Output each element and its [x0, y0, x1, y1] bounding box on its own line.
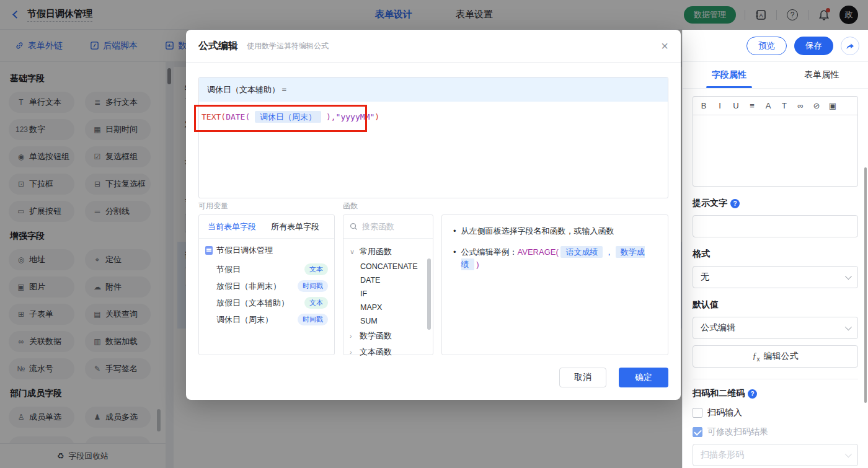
default-value-select[interactable]: 公式编辑 — [693, 317, 858, 339]
preview-button[interactable]: 预览 — [746, 37, 787, 55]
rich-toolbar-icon[interactable]: ≡ — [744, 101, 760, 110]
properties-panel: 预览 保存 字段属性 表单属性 BIU≡AT∞⊘▣ 提示文字 ? 格式 无 默认… — [682, 30, 868, 468]
modal-mask-top — [0, 0, 868, 30]
divider — [693, 379, 858, 379]
variable-field-row[interactable]: 放假日（非周末） 时间戳 — [205, 278, 329, 294]
confirm-button[interactable]: 确定 — [619, 368, 668, 387]
hint-text-label: 提示文字 ? — [693, 198, 858, 209]
field-type-badge: 文本 — [304, 263, 328, 275]
tab-current-form-fields[interactable]: 当前表单字段 — [208, 221, 256, 232]
rich-toolbar-icon[interactable]: T — [776, 101, 792, 110]
variable-field-list: 节假日 文本 放假日（非周末） 时间戳 放假日（文本辅助） 文本 调休日（周末）… — [205, 261, 329, 328]
search-placeholder: 搜索函数 — [362, 221, 394, 232]
chevron-expanded-icon: ∨ — [350, 248, 356, 256]
function-item[interactable]: DATE — [350, 273, 433, 287]
rich-toolbar-icon[interactable]: ▣ — [825, 101, 841, 110]
rich-toolbar-icon[interactable]: A — [760, 101, 776, 110]
chevron-down-icon — [845, 273, 852, 280]
share-button[interactable] — [841, 37, 859, 55]
function-search[interactable]: 搜索函数 — [343, 215, 433, 239]
formula-editor[interactable]: 调休日（文本辅助） = — [198, 77, 668, 198]
edit-formula-button[interactable]: ƒx 编辑公式 — [693, 345, 858, 368]
chevron-down-icon — [845, 451, 852, 457]
field-type-badge: 文本 — [304, 297, 328, 309]
rich-toolbar-icon[interactable]: B — [696, 101, 712, 110]
variable-field-row[interactable]: 节假日 文本 — [205, 261, 329, 278]
modal-subtitle: 使用数学运算符编辑公式 — [247, 41, 329, 51]
scan-section-title: 扫码和二维码 ? — [693, 388, 858, 399]
close-icon[interactable]: × — [661, 40, 668, 52]
rich-toolbar-icon[interactable]: ∞ — [792, 101, 808, 110]
modal-title: 公式编辑 — [198, 40, 238, 53]
save-button[interactable]: 保存 — [794, 37, 833, 55]
chevron-down-icon — [845, 324, 852, 330]
cancel-button[interactable]: 取消 — [559, 368, 606, 387]
hint-line-2: • 公式编辑举例：AVERAGE( 语文成绩 ， 数学成绩 ) — [453, 246, 657, 271]
default-value-label: 默认值 — [693, 299, 858, 311]
variables-label: 可用变量 — [198, 201, 228, 211]
function-group-common[interactable]: ∨ 常用函数 — [350, 244, 433, 260]
variable-field-row[interactable]: 调休日（周末） 时间戳 — [205, 311, 329, 328]
hint-line-1: • 从左侧面板选择字段名和函数，或输入函数 — [453, 225, 657, 237]
function-group-text[interactable]: › 文本函数 — [350, 344, 433, 360]
rich-toolbar-icon[interactable]: U — [728, 101, 744, 110]
tab-all-form-fields[interactable]: 所有表单字段 — [271, 221, 319, 232]
function-item[interactable]: SUM — [350, 314, 433, 328]
tab-form-properties[interactable]: 表单属性 — [776, 62, 868, 88]
formula-target-field: 调休日（文本辅助） = — [199, 77, 668, 102]
example-field-chip: 语文成绩 — [560, 246, 603, 258]
function-item[interactable]: IF — [350, 287, 433, 301]
functions-scrollbar[interactable] — [427, 258, 431, 330]
function-item[interactable]: CONCATENATE — [350, 260, 433, 273]
field-type-badge: 时间戳 — [298, 314, 328, 325]
variables-tabs: 当前表单字段 所有表单字段 — [199, 215, 334, 239]
chevron-collapsed-icon: › — [350, 332, 356, 340]
function-group-math[interactable]: › 数学函数 — [350, 328, 433, 344]
variables-panel: 当前表单字段 所有表单字段 节假日调休管理 节假日 文本 放假日（非周末） 时间… — [198, 214, 335, 355]
function-item[interactable]: MAPX — [350, 301, 433, 314]
functions-label: 函数 — [343, 201, 358, 211]
barcode-select[interactable]: 扫描条形码 — [693, 444, 858, 466]
chevron-collapsed-icon: › — [350, 348, 356, 356]
format-label: 格式 — [693, 249, 858, 260]
rich-toolbar-icon[interactable]: I — [712, 101, 728, 110]
question-icon[interactable]: ? — [748, 389, 757, 399]
hint-text-input[interactable] — [693, 215, 858, 237]
question-icon[interactable]: ? — [730, 199, 740, 208]
checkbox-icon — [693, 427, 702, 437]
rich-text-area[interactable] — [693, 115, 857, 186]
properties-scrollbar[interactable] — [864, 167, 867, 403]
tab-field-properties[interactable]: 字段属性 — [683, 62, 776, 88]
format-select[interactable]: 无 — [693, 266, 858, 288]
functions-panel: 搜索函数 ∨ 常用函数 CONCATENATEDATEIFMAPXSUM › 数… — [343, 214, 433, 355]
hint-panel: • 从左侧面板选择字段名和函数，或输入函数 • 公式编辑举例：AVERAGE( … — [441, 214, 668, 355]
form-actions: 预览 保存 — [683, 30, 868, 62]
form-doc-icon — [205, 246, 213, 255]
checkbox-scan-input[interactable]: 扫码输入 — [693, 407, 858, 418]
checkbox-editable-scan-result[interactable]: 可修改扫码结果 — [693, 426, 858, 438]
form-node[interactable]: 节假日调休管理 — [205, 245, 329, 256]
rich-text-toolbar: BIU≡AT∞⊘▣ — [693, 97, 857, 115]
common-function-list: CONCATENATEDATEIFMAPXSUM — [350, 260, 433, 328]
fx-icon: ƒx — [753, 351, 760, 363]
modal-header: 公式编辑 使用数学运算符编辑公式 × — [186, 30, 681, 63]
field-chip[interactable]: 调休日（周末） — [255, 111, 321, 123]
properties-tabs: 字段属性 表单属性 — [683, 62, 868, 89]
rich-toolbar-icon[interactable]: ⊘ — [808, 101, 825, 110]
search-icon — [350, 223, 358, 231]
variable-field-row[interactable]: 放假日（文本辅助） 文本 — [205, 294, 329, 311]
rich-text-editor: BIU≡AT∞⊘▣ — [693, 96, 858, 187]
formula-expression[interactable]: TEXT(DATE( 调休日（周末） ),"yyyyMM") — [202, 112, 379, 123]
field-type-badge: 时间戳 — [298, 280, 328, 292]
formula-editor-modal: 公式编辑 使用数学运算符编辑公式 × 调休日（文本辅助） = TEXT(DATE… — [186, 30, 681, 400]
checkbox-icon — [693, 408, 702, 418]
